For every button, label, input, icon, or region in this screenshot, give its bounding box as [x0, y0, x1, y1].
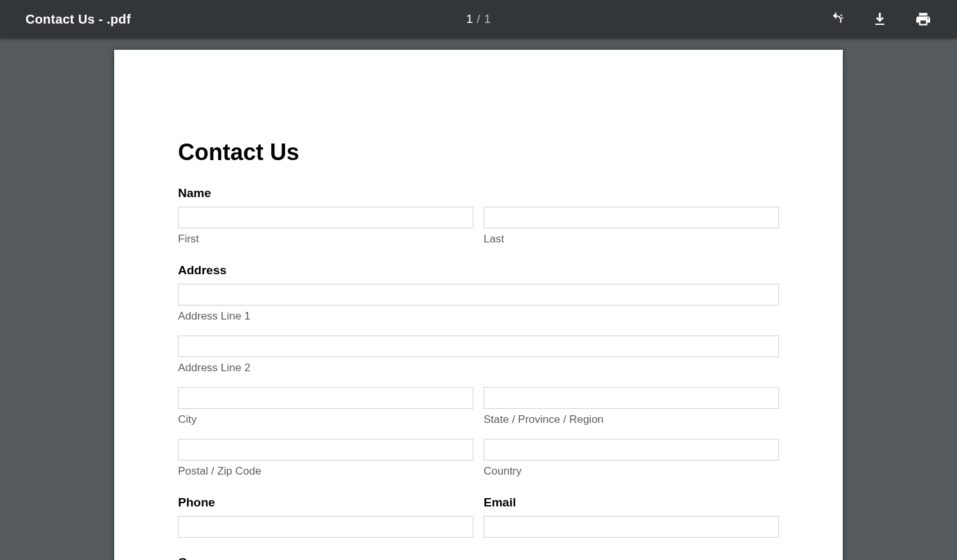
toolbar-actions: [828, 11, 931, 27]
document-title: Contact Us - .pdf: [26, 12, 131, 27]
state-field[interactable]: [484, 387, 779, 409]
address-line2-sublabel: Address Line 2: [178, 362, 779, 374]
country-sublabel: Country: [484, 465, 779, 478]
first-name-field[interactable]: [178, 207, 473, 228]
page-title: Contact Us: [178, 139, 779, 166]
page-indicator: 1 / 1: [466, 12, 491, 26]
pdf-toolbar: Contact Us - .pdf 1 / 1: [0, 0, 957, 38]
print-icon[interactable]: [915, 11, 931, 27]
svg-point-1: [842, 17, 843, 19]
total-pages-number: 1: [484, 12, 491, 26]
address-line2-field[interactable]: [178, 335, 779, 357]
svg-rect-2: [879, 13, 881, 20]
last-name-sublabel: Last: [484, 233, 779, 246]
address-line1-field[interactable]: [178, 284, 779, 306]
city-field[interactable]: [178, 387, 473, 409]
rotate-icon[interactable]: [828, 11, 845, 27]
postal-field[interactable]: [178, 439, 473, 461]
name-section-label: Name: [178, 186, 779, 200]
phone-field[interactable]: [178, 516, 473, 538]
pdf-viewer-area[interactable]: Contact Us Name First Last Address Addre…: [0, 38, 957, 560]
pdf-page: Contact Us Name First Last Address Addre…: [114, 50, 843, 560]
current-page-number: 1: [466, 12, 473, 26]
last-name-field[interactable]: [484, 207, 779, 228]
email-section-label: Email: [484, 496, 779, 510]
svg-point-0: [840, 15, 842, 17]
country-field[interactable]: [484, 439, 779, 461]
phone-section-label: Phone: [178, 496, 473, 510]
city-sublabel: City: [178, 413, 473, 426]
email-field[interactable]: [484, 516, 779, 538]
company-section-label: Company: [178, 556, 779, 560]
first-name-sublabel: First: [178, 233, 473, 246]
postal-sublabel: Postal / Zip Code: [178, 465, 473, 478]
page-divider: /: [477, 12, 480, 26]
state-sublabel: State / Province / Region: [484, 413, 779, 426]
download-icon[interactable]: [872, 11, 888, 27]
address-section-label: Address: [178, 263, 779, 277]
address-line1-sublabel: Address Line 1: [178, 310, 779, 323]
